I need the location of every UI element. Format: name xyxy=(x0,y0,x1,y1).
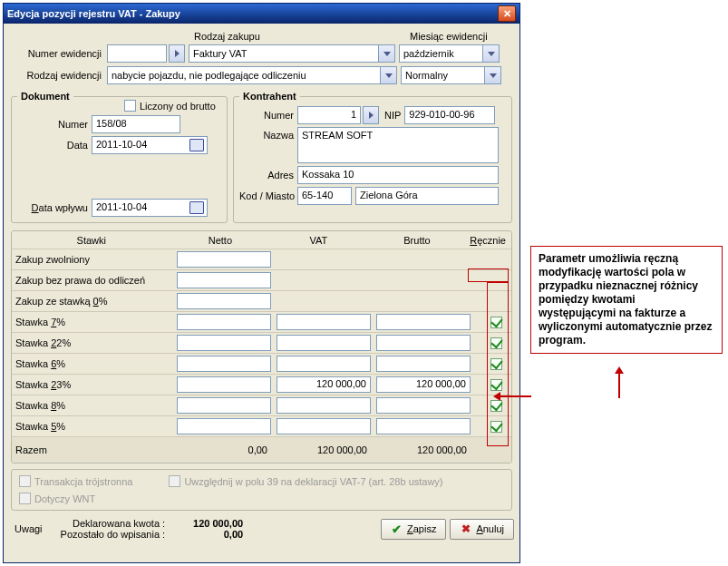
titlebar[interactable]: Edycja pozycji rejestru VAT - Zakupy ✕ xyxy=(4,4,519,24)
table-row: Stawka 7% xyxy=(12,312,511,333)
amount-field[interactable] xyxy=(277,418,371,434)
numer-ewidencji-lookup[interactable] xyxy=(169,44,185,63)
liczony-label: Liczony od brutto xyxy=(140,101,216,112)
rodzaj-zakupu-select[interactable]: Faktury VAT xyxy=(189,44,395,63)
chevron-right-icon xyxy=(175,50,180,57)
callout-arrow-h xyxy=(498,395,531,397)
pozostalo-value: 0,00 xyxy=(224,529,243,540)
rodzaj-zakupu-value: Faktury VAT xyxy=(193,48,248,59)
dokument-data-value: 2011-10-04 xyxy=(96,139,147,150)
hdr-stawki: Stawki xyxy=(12,235,171,246)
kod-field[interactable]: 65-140 xyxy=(297,187,352,205)
rate-label: Stawka 7% xyxy=(12,317,173,327)
amount-field[interactable] xyxy=(177,293,271,309)
uwagi-label[interactable]: Uwagi xyxy=(9,523,43,534)
miasto-field[interactable]: Zielona Góra xyxy=(355,187,499,205)
amount-field[interactable] xyxy=(177,418,271,434)
grid-header: Stawki Netto VAT Brutto Ręcznie xyxy=(12,231,511,249)
numer-ewidencji-field[interactable] xyxy=(107,44,167,63)
table-row: Zakup bez prawa do odliczeń xyxy=(12,270,511,291)
table-row: Stawka 5% xyxy=(12,416,511,437)
dokument-data-label: Data xyxy=(17,140,92,151)
rates-grid: Stawki Netto VAT Brutto Ręcznie Zakup zw… xyxy=(11,230,512,464)
table-row: Zakup zwolniony xyxy=(12,249,511,270)
calendar-icon[interactable] xyxy=(189,139,204,151)
amount-field[interactable] xyxy=(376,356,471,372)
chevron-right-icon xyxy=(369,112,374,119)
callout-note: Parametr umożliwia ręczną modyfikację wa… xyxy=(530,246,723,354)
grid-sum-row: Razem 0,00 120 000,00 120 000,00 xyxy=(12,437,511,463)
rate-label: Stawka 6% xyxy=(12,358,173,369)
miesiac-value: październik xyxy=(403,48,454,59)
liczony-checkbox[interactable] xyxy=(124,100,136,112)
cancel-icon: ✖ xyxy=(460,522,472,535)
table-row: Stawka 23%120 000,00120 000,00 xyxy=(12,375,511,395)
amount-field[interactable]: 120 000,00 xyxy=(376,376,471,393)
deklarowana-value: 120 000,00 xyxy=(193,518,243,529)
dokument-title: Dokument xyxy=(17,91,73,102)
dokument-numer-field[interactable]: 158/08 xyxy=(92,115,180,133)
calendar-icon[interactable] xyxy=(189,201,204,214)
hdr-netto: Netto xyxy=(171,235,270,246)
nip-field[interactable]: 929-010-00-96 xyxy=(404,106,495,124)
rate-label: Zakup ze stawką 0% xyxy=(12,296,173,307)
normalny-select[interactable]: Normalny xyxy=(401,66,501,84)
deklarowana-label: Deklarowana kwota : xyxy=(73,518,165,529)
dokument-group: Dokument Liczony od brutto Numer 158/08 … xyxy=(11,96,228,223)
amount-field[interactable] xyxy=(177,356,271,372)
amount-field[interactable] xyxy=(376,314,471,330)
amount-field[interactable]: 120 000,00 xyxy=(277,376,371,393)
rate-label: Zakup bez prawa do odliczeń xyxy=(12,275,173,286)
miesiac-select[interactable]: październik xyxy=(399,44,500,63)
amount-field[interactable] xyxy=(177,335,271,351)
close-icon[interactable]: ✕ xyxy=(498,5,516,22)
check-icon: ✔ xyxy=(391,522,403,535)
amount-field[interactable] xyxy=(177,397,271,414)
data-wplywu-label: Data wpływu xyxy=(17,202,92,213)
chevron-down-icon[interactable] xyxy=(484,67,500,83)
amount-field[interactable] xyxy=(376,397,471,414)
dotyczy-wnt-checkbox xyxy=(19,493,31,504)
zapisz-button[interactable]: ✔ Zapisz xyxy=(381,519,446,540)
table-row: Stawka 8% xyxy=(12,395,511,416)
amount-field[interactable] xyxy=(177,251,271,268)
normalny-value: Normalny xyxy=(405,70,448,81)
chevron-down-icon[interactable] xyxy=(378,45,394,62)
kodmiasto-label: Kod / Miasto xyxy=(239,190,297,201)
adres-field[interactable]: Kossaka 10 xyxy=(297,166,499,184)
footer: Uwagi Deklarowana kwota : Pozostało do w… xyxy=(4,514,519,545)
sum-vat: 120 000,00 xyxy=(273,444,373,455)
kontrahent-group: Kontrahent Numer 1 NIP 929-010-00-96 Naz… xyxy=(233,96,512,223)
data-wplywu-field[interactable]: 2011-10-04 xyxy=(92,199,208,217)
amount-field[interactable] xyxy=(277,335,371,351)
chevron-down-icon[interactable] xyxy=(482,45,499,62)
rodzaj-ewidencji-label: Rodzaj ewidencji xyxy=(11,70,105,81)
adres-label: Adres xyxy=(239,170,297,181)
anuluj-button[interactable]: ✖ Anuluj xyxy=(450,519,514,540)
highlight-recznie-header xyxy=(468,268,509,282)
kontrahent-title: Kontrahent xyxy=(239,91,300,102)
table-row: Zakup ze stawką 0% xyxy=(12,291,511,312)
amount-field[interactable] xyxy=(177,272,271,288)
rodzaj-zakupu-header: Rodzaj zakupu xyxy=(194,31,260,42)
rodzaj-ewidencji-select[interactable]: nabycie pojazdu, nie podlegające odlicze… xyxy=(107,66,397,84)
dokument-data-field[interactable]: 2011-10-04 xyxy=(92,136,208,154)
rate-label: Stawka 23% xyxy=(12,379,173,390)
amount-field[interactable] xyxy=(277,356,371,372)
miesiac-ewidencji-header: Miesiąc ewidencji xyxy=(410,31,488,42)
amount-field[interactable] xyxy=(376,418,471,434)
chevron-down-icon[interactable] xyxy=(380,67,396,83)
sum-netto: 0,00 xyxy=(173,444,273,455)
nazwa-field[interactable]: STREAM SOFT xyxy=(297,127,499,163)
amount-field[interactable] xyxy=(177,314,271,330)
callout-arrow-h-tip xyxy=(493,392,500,401)
kontrahent-numer-field[interactable]: 1 xyxy=(297,106,361,124)
hdr-vat: VAT xyxy=(269,235,368,246)
callout-arrow xyxy=(618,370,620,398)
kontrahent-lookup[interactable] xyxy=(363,106,379,124)
amount-field[interactable] xyxy=(277,314,371,330)
amount-field[interactable] xyxy=(177,376,271,393)
amount-field[interactable] xyxy=(277,397,371,414)
trans-trojstronna-label: Transakcja trójstronna xyxy=(34,476,132,487)
amount-field[interactable] xyxy=(376,335,471,351)
